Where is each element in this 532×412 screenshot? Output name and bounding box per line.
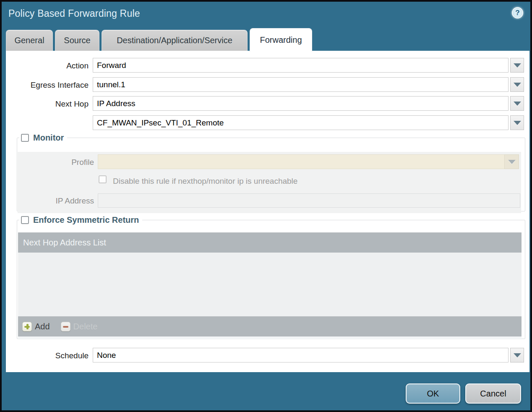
delete-icon <box>61 322 70 331</box>
next-hop-dropdown-button[interactable] <box>510 96 524 111</box>
add-icon <box>22 322 32 331</box>
chevron-down-icon <box>514 353 521 357</box>
next-hop-address-table: Next Hop Address List Add Delete <box>18 232 522 339</box>
cancel-button-label: Cancel <box>480 389 506 399</box>
enforce-symmetric-return-section: Enforce Symmetric Return Next Hop Addres… <box>17 215 525 339</box>
egress-interface-value: tunnel.1 <box>97 80 125 89</box>
enforce-symmetric-return-legend: Enforce Symmetric Return <box>33 215 139 225</box>
monitor-section: Monitor Profile Disable this rule if nex… <box>17 133 525 211</box>
delete-button: Delete <box>61 322 98 331</box>
monitor-panel: Profile Disable this rule if nexthop/mon… <box>18 152 521 213</box>
dialog-title: Policy Based Forwarding Rule <box>8 8 140 19</box>
monitor-checkbox[interactable] <box>21 134 29 142</box>
tab-source-label: Source <box>64 36 90 45</box>
tab-general-label: General <box>14 36 44 45</box>
chevron-down-icon <box>508 160 516 164</box>
egress-interface-dropdown-button[interactable] <box>510 77 524 92</box>
next-hop-select[interactable]: IP Address <box>93 96 509 111</box>
enforce-symmetric-return-checkbox[interactable] <box>21 216 29 224</box>
next-hop-label: Next Hop <box>6 99 89 109</box>
table-scroll-strip <box>18 336 522 339</box>
egress-interface-select[interactable]: tunnel.1 <box>93 77 509 92</box>
delete-button-label: Delete <box>73 322 98 331</box>
next-hop-address-value: CF_MWAN_IPsec_VTI_01_Remote <box>97 118 224 128</box>
tab-destination-label: Destination/Application/Service <box>117 36 232 45</box>
disable-rule-label: Disable this rule if nexthop/monitor ip … <box>113 177 297 186</box>
tab-source[interactable]: Source <box>55 30 99 51</box>
monitor-legend: Monitor <box>33 133 64 143</box>
next-hop-address-list-body <box>18 253 522 316</box>
action-dropdown-button[interactable] <box>510 58 524 73</box>
tab-destination-application-service[interactable]: Destination/Application/Service <box>102 30 248 51</box>
next-hop-address-select[interactable]: CF_MWAN_IPsec_VTI_01_Remote <box>93 115 509 130</box>
dialog-window: Policy Based Forwarding Rule ? General S… <box>2 2 530 410</box>
monitor-ip-address-input-disabled <box>98 193 520 208</box>
next-hop-address-list-toolbar: Add Delete <box>18 316 522 336</box>
chevron-down-icon <box>514 83 521 87</box>
ok-button[interactable]: OK <box>406 383 460 404</box>
add-button-label: Add <box>35 322 50 331</box>
profile-label: Profile <box>18 158 94 167</box>
next-hop-address-list-header: Next Hop Address List <box>18 232 522 253</box>
schedule-label: Schedule <box>6 351 89 360</box>
monitor-ip-address-label: IP Address <box>18 196 94 206</box>
action-label: Action <box>6 61 89 70</box>
chevron-down-icon <box>514 102 521 106</box>
egress-interface-label: Egress Interface <box>6 81 89 90</box>
next-hop-value: IP Address <box>97 99 136 108</box>
chevron-down-icon <box>514 121 521 125</box>
tab-forwarding[interactable]: Forwarding <box>250 28 312 52</box>
action-value: Forward <box>97 61 126 70</box>
chevron-down-icon <box>514 63 521 68</box>
schedule-select[interactable]: None <box>93 348 509 362</box>
title-bar: Policy Based Forwarding Rule ? <box>2 2 530 26</box>
help-icon[interactable]: ? <box>512 7 523 18</box>
schedule-dropdown-button[interactable] <box>510 348 524 362</box>
tab-forwarding-label: Forwarding <box>260 35 302 45</box>
next-hop-address-dropdown-button[interactable] <box>510 115 524 130</box>
action-select[interactable]: Forward <box>93 58 509 73</box>
cancel-button[interactable]: Cancel <box>465 383 521 404</box>
tab-general[interactable]: General <box>6 30 53 51</box>
forwarding-tab-panel: Action Forward Egress Interface tunnel.1… <box>6 51 529 372</box>
add-button[interactable]: Add <box>22 322 50 331</box>
next-hop-address-list-header-label: Next Hop Address List <box>23 238 106 248</box>
profile-dropdown-button-disabled <box>504 154 519 169</box>
disable-rule-checkbox <box>99 175 107 183</box>
profile-select-disabled <box>98 154 505 169</box>
ok-button-label: OK <box>427 389 439 399</box>
schedule-value: None <box>97 351 116 360</box>
